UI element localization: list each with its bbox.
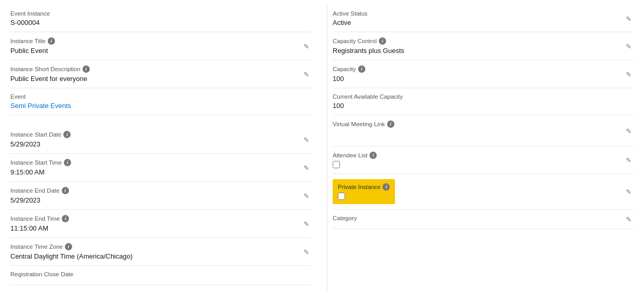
- capacity-label: Capacity i: [333, 65, 634, 73]
- virtual-meeting-link-edit-icon[interactable]: ✎: [626, 127, 632, 134]
- attendee-list-info-icon[interactable]: i: [369, 152, 377, 159]
- category-edit-icon[interactable]: ✎: [626, 216, 632, 223]
- current-available-capacity-value: 100: [333, 101, 634, 110]
- virtual-meeting-link-field: Virtual Meeting Link i ✎: [333, 115, 634, 146]
- instance-title-value: Public Event: [10, 46, 311, 55]
- attendee-list-edit-icon[interactable]: ✎: [626, 156, 632, 164]
- event-instance-field: Event Instance S-000004: [10, 5, 311, 32]
- instance-short-description-value: Public Event for everyone: [10, 74, 311, 83]
- registration-close-date-value: [10, 279, 311, 279]
- capacity-control-value: Registrants plus Guests: [333, 46, 634, 55]
- attendee-list-field: Attendee List i ✎: [333, 146, 634, 174]
- private-instance-info-icon[interactable]: i: [382, 183, 390, 191]
- active-status-label: Active Status: [333, 10, 634, 17]
- instance-title-edit-icon[interactable]: ✎: [304, 42, 309, 50]
- private-instance-label: Private Instance i: [338, 183, 390, 191]
- current-available-capacity-label: Current Available Capacity: [333, 93, 634, 100]
- instance-end-date-edit-icon[interactable]: ✎: [304, 192, 309, 199]
- instance-start-time-edit-icon[interactable]: ✎: [304, 164, 309, 171]
- capacity-value: 100: [333, 74, 634, 83]
- virtual-meeting-link-label: Virtual Meeting Link i: [333, 120, 634, 128]
- event-instance-value: S-000004: [10, 18, 311, 26]
- event-field: Event Semi Private Events: [10, 88, 311, 115]
- instance-title-label: Instance Title i: [10, 37, 311, 45]
- event-label: Event: [10, 93, 311, 100]
- private-instance-highlight: Private Instance i: [333, 179, 395, 204]
- virtual-meeting-link-value: [333, 129, 634, 130]
- instance-short-description-edit-icon[interactable]: ✎: [304, 70, 309, 78]
- instance-start-date-edit-icon[interactable]: ✎: [304, 136, 309, 143]
- attendee-list-checkbox-wrapper: [333, 161, 634, 168]
- capacity-control-label: Capacity Control i: [333, 37, 634, 45]
- private-instance-edit-icon[interactable]: ✎: [626, 188, 632, 196]
- active-status-field: Active Status Active ✎: [333, 5, 634, 32]
- instance-start-date-label: Instance Start Date i: [10, 131, 311, 138]
- instance-short-description-label: Instance Short Description i: [10, 65, 311, 73]
- private-instance-checkbox[interactable]: [338, 193, 345, 200]
- instance-title-info-icon[interactable]: i: [48, 37, 55, 45]
- instance-start-time-value: 9:15:00 AM: [10, 168, 311, 176]
- instance-end-time-edit-icon[interactable]: ✎: [304, 220, 309, 227]
- current-available-capacity-field: Current Available Capacity 100: [333, 88, 634, 115]
- instance-end-date-value: 5/29/2023: [10, 196, 311, 204]
- attendee-list-label: Attendee List i: [333, 152, 634, 159]
- left-column: Event Instance S-000004 Instance Title i…: [10, 5, 327, 291]
- instance-start-time-info-icon[interactable]: i: [64, 159, 71, 166]
- capacity-field: Capacity i 100 ✎: [333, 60, 634, 88]
- category-value: [333, 223, 634, 223]
- instance-end-time-field: Instance End Time i 11:15:00 AM ✎: [10, 210, 311, 238]
- category-label: Category: [333, 215, 634, 221]
- instance-end-date-field: Instance End Date i 5/29/2023 ✎: [10, 182, 311, 210]
- registration-close-date-label: Registration Close Date: [10, 271, 311, 277]
- private-instance-checkbox-wrapper: [338, 193, 390, 200]
- event-instance-label: Event Instance: [10, 10, 311, 17]
- instance-start-date-info-icon[interactable]: i: [63, 131, 71, 138]
- instance-start-time-label: Instance Start Time i: [10, 159, 311, 166]
- category-field: Category ✎: [333, 210, 634, 229]
- capacity-info-icon[interactable]: i: [358, 65, 365, 73]
- instance-short-description-field: Instance Short Description i Public Even…: [10, 60, 311, 88]
- instance-title-field: Instance Title i Public Event ✎: [10, 32, 311, 60]
- capacity-control-field: Capacity Control i Registrants plus Gues…: [333, 32, 634, 60]
- right-column: Active Status Active ✎ Capacity Control …: [327, 5, 634, 291]
- registration-close-date-field: Registration Close Date: [10, 266, 311, 285]
- capacity-control-edit-icon[interactable]: ✎: [626, 42, 632, 50]
- instance-time-zone-info-icon[interactable]: i: [65, 243, 72, 250]
- capacity-edit-icon[interactable]: ✎: [626, 70, 632, 78]
- instance-end-time-info-icon[interactable]: i: [62, 215, 69, 222]
- capacity-control-info-icon[interactable]: i: [379, 37, 386, 45]
- private-instance-field: Private Instance i ✎: [333, 174, 634, 210]
- instance-time-zone-value: Central Daylight Time (America/Chicago): [10, 252, 311, 260]
- instance-short-description-info-icon[interactable]: i: [83, 65, 90, 73]
- instance-start-date-field: Instance Start Date i 5/29/2023 ✎: [10, 126, 311, 154]
- event-value[interactable]: Semi Private Events: [10, 101, 311, 110]
- instance-time-zone-field: Instance Time Zone i Central Daylight Ti…: [10, 238, 311, 266]
- instance-end-date-info-icon[interactable]: i: [62, 187, 69, 194]
- instance-end-time-label: Instance End Time i: [10, 215, 311, 222]
- active-status-value: Active: [333, 18, 634, 26]
- attendee-list-checkbox[interactable]: [333, 161, 340, 168]
- active-status-edit-icon[interactable]: ✎: [626, 15, 632, 22]
- instance-time-zone-label: Instance Time Zone i: [10, 243, 311, 250]
- instance-start-time-field: Instance Start Time i 9:15:00 AM ✎: [10, 154, 311, 182]
- instance-time-zone-edit-icon[interactable]: ✎: [304, 248, 309, 255]
- instance-start-date-value: 5/29/2023: [10, 140, 311, 148]
- instance-end-date-label: Instance End Date i: [10, 187, 311, 194]
- instance-end-time-value: 11:15:00 AM: [10, 224, 311, 232]
- virtual-meeting-link-info-icon[interactable]: i: [387, 120, 394, 128]
